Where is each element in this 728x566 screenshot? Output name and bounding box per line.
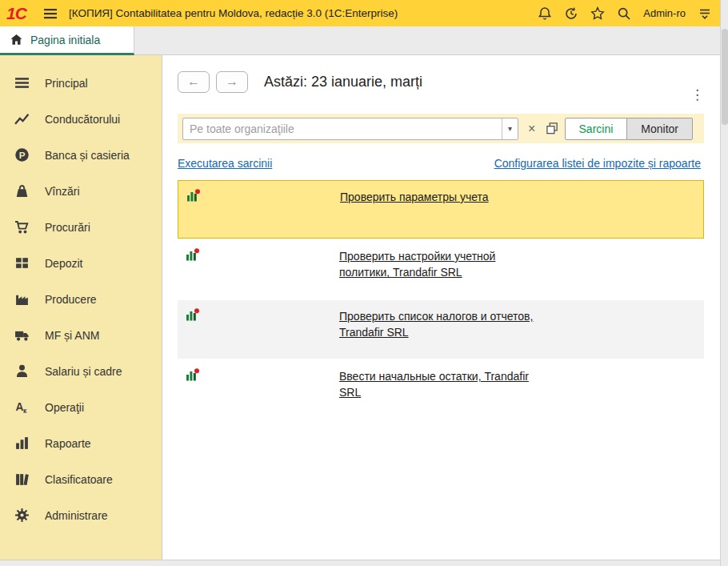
- organization-filter-input[interactable]: [182, 118, 518, 140]
- more-menu-button[interactable]: ⋮: [690, 88, 704, 102]
- monitor-button[interactable]: Monitor: [627, 118, 693, 140]
- sidebar-item-label: Administrare: [45, 509, 108, 522]
- task-icon: [186, 188, 201, 203]
- sidebar-item-label: Clasificatoare: [45, 473, 113, 486]
- boxes-icon: [14, 255, 30, 271]
- sidebar-item-label: Salariu și cadre: [45, 365, 122, 378]
- sidebar-item-depozit[interactable]: Depozit: [0, 245, 162, 281]
- bottom-edge: [0, 560, 720, 566]
- organization-filter: ▾: [182, 118, 518, 140]
- clear-filter-button[interactable]: ×: [525, 120, 538, 138]
- back-button[interactable]: ←: [178, 71, 210, 93]
- sidebar-item-label: Principal: [45, 77, 88, 90]
- sarcini-button[interactable]: Sarcini: [565, 118, 628, 140]
- sidebar-item-conducatorului[interactable]: Conducătorului: [0, 101, 162, 137]
- task-row[interactable]: Ввести начальные остатки, Trandafir SRL: [178, 360, 704, 419]
- task-row[interactable]: Проверить настройки учетной политики, Tr…: [178, 240, 704, 299]
- menu-lines-icon: [14, 75, 30, 90]
- configure-taxes-link[interactable]: Configurarea listei de impozite și rapoa…: [494, 157, 701, 170]
- sidebar-item-label: Depozit: [45, 257, 82, 270]
- tab-home[interactable]: Pagina initiala: [0, 26, 134, 55]
- task-icon: [185, 247, 200, 263]
- top-bar: 1С [КОПИЯ] Contabilitatea pentru Moldova…: [0, 0, 720, 26]
- task-list: Проверить параметры учета Проверить наст…: [178, 180, 704, 419]
- notifications-button[interactable]: [538, 6, 552, 21]
- history-icon: [564, 6, 578, 21]
- cart-icon: [14, 219, 30, 235]
- sidebar-item-clasificatoare[interactable]: Clasificatoare: [0, 461, 162, 497]
- tab-bar: Pagina initiala: [0, 26, 720, 55]
- home-page-content: ← → Astăzi: 23 ianuarie, marți ⋮ ▾ × Sar…: [163, 55, 720, 560]
- sidebar-item-principal[interactable]: Principal: [0, 65, 162, 101]
- collapse-panel-icon: [698, 6, 712, 21]
- execute-task-link[interactable]: Executarea sarcinii: [178, 157, 272, 170]
- sidebar-item-producere[interactable]: Producere: [0, 281, 162, 317]
- search-button[interactable]: [617, 6, 631, 21]
- main-menu-button[interactable]: [43, 6, 58, 21]
- sidebar-item-label: Producere: [45, 293, 97, 306]
- sidebar-item-rapoarte[interactable]: Rapoarte: [0, 425, 162, 461]
- task-link[interactable]: Ввести начальные остатки, Trandafir SRL: [339, 368, 539, 401]
- window-title: [КОПИЯ] Contabilitatea pentru Moldova, r…: [69, 7, 398, 19]
- bar-chart-icon: [14, 436, 30, 451]
- sidebar-item-vinzari[interactable]: Vînzări: [0, 173, 162, 209]
- home-icon: [10, 33, 23, 46]
- sidebar-item-operatii[interactable]: A к Operaţii: [0, 389, 162, 425]
- svg-text:A: A: [16, 401, 24, 413]
- task-row[interactable]: Проверить параметры учета: [178, 180, 704, 239]
- svg-text:к: к: [23, 407, 27, 415]
- trend-chart-icon: [14, 111, 30, 126]
- app-logo: 1С: [6, 4, 38, 23]
- factory-icon: [14, 291, 30, 307]
- choose-list-icon: [546, 122, 559, 135]
- sidebar-item-procurari[interactable]: Procurări: [0, 209, 162, 245]
- page-title: Astăzi: 23 ianuarie, marți: [264, 74, 422, 90]
- navigation-row: ← → Astăzi: 23 ianuarie, marți: [178, 70, 704, 93]
- current-user[interactable]: Admin-ro: [643, 7, 686, 19]
- svg-text:P: P: [19, 150, 26, 160]
- bell-icon: [538, 6, 552, 21]
- sidebar-item-mf-anm[interactable]: MF și ANM: [0, 317, 162, 353]
- sidebar-item-label: Procurări: [45, 221, 90, 234]
- star-icon: [590, 6, 605, 21]
- sidebar-item-label: Vînzări: [45, 185, 80, 198]
- dropdown-arrow-button[interactable]: ▾: [502, 118, 518, 139]
- sidebar-item-label: Conducătorului: [45, 113, 120, 126]
- person-icon: [14, 363, 30, 379]
- tab-home-label: Pagina initiala: [30, 34, 100, 46]
- hamburger-icon: [43, 6, 58, 21]
- task-link[interactable]: Проверить настройки учетной политики, Tr…: [339, 248, 539, 281]
- task-link[interactable]: Проверить список налогов и отчетов, Tran…: [339, 308, 539, 341]
- task-icon: [185, 307, 200, 323]
- scrollbar-thumb[interactable]: [722, 29, 728, 125]
- search-icon: [617, 6, 631, 21]
- gear-icon: [14, 508, 30, 523]
- favorites-button[interactable]: [590, 6, 605, 21]
- sidebar-item-banca-casieria[interactable]: P Banca și casieria: [0, 137, 162, 173]
- sidebar-item-label: Banca și casieria: [45, 149, 130, 162]
- history-button[interactable]: [564, 6, 578, 21]
- task-link[interactable]: Проверить параметры учета: [340, 189, 489, 205]
- task-icon: [185, 367, 200, 383]
- sidebar-item-label: Operaţii: [45, 401, 84, 414]
- forward-button[interactable]: →: [216, 71, 248, 93]
- collapse-panel-button[interactable]: [698, 6, 712, 21]
- vertical-scrollbar[interactable]: [720, 0, 728, 566]
- filter-toolbar: ▾ × Sarcini Monitor: [178, 114, 704, 143]
- truck-icon: [14, 327, 30, 343]
- bag-icon: [14, 183, 30, 199]
- manual-operation-icon: A к: [14, 399, 30, 415]
- task-row[interactable]: Проверить список налогов и отчетов, Tran…: [178, 300, 704, 359]
- topbar-actions: Admin-ro: [538, 6, 712, 21]
- sections-panel: Principal Conducătorului P Banca și casi…: [0, 55, 162, 560]
- choose-from-list-button[interactable]: [543, 119, 562, 138]
- sidebar-item-label: Rapoarte: [45, 437, 91, 450]
- links-row: Executarea sarcinii Configurarea listei …: [178, 157, 704, 170]
- coin-icon: P: [14, 147, 30, 163]
- sidebar-item-administrare[interactable]: Administrare: [0, 497, 162, 533]
- books-icon: [14, 472, 30, 487]
- sidebar-item-label: MF și ANM: [45, 329, 99, 342]
- sidebar-item-salariu-cadre[interactable]: Salariu și cadre: [0, 353, 162, 389]
